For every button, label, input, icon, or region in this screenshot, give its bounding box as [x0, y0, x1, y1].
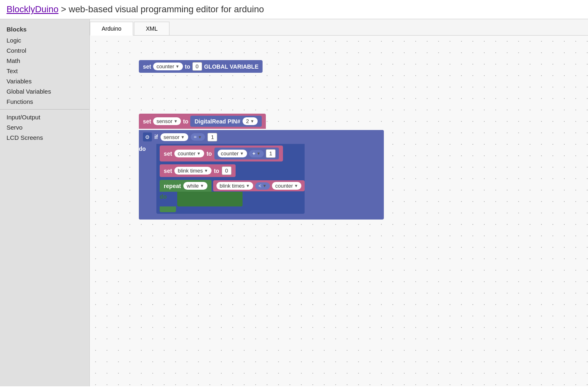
sidebar-item-global-variables[interactable]: Global Variables — [0, 86, 89, 96]
repeat-header[interactable]: repeat while ▼ — [160, 180, 212, 192]
tab-bar: Arduino XML — [90, 19, 588, 36]
page-header: BlocklyDuino > web-based visual programm… — [0, 0, 588, 19]
chevron-down-icon-11: ▼ — [246, 184, 250, 188]
if-header: ⚙ if sensor ▼ = ▼ 1 — [139, 130, 384, 144]
math-val-1[interactable]: 1 — [266, 149, 276, 158]
chevron-down-icon-6: ▼ — [197, 151, 201, 156]
do-label: do — [139, 144, 148, 152]
sensor-if-group: set sensor ▼ to DigitalRead PIN# 2 ▼ — [139, 114, 384, 220]
digitalread-block[interactable]: DigitalRead PIN# 2 ▼ — [190, 116, 261, 127]
sidebar-item-logic[interactable]: Logic — [0, 35, 89, 45]
chevron-down-icon-8: ▼ — [256, 151, 261, 156]
sensor-var-pill[interactable]: sensor ▼ — [153, 117, 181, 125]
sidebar-item-variables[interactable]: Variables — [0, 76, 89, 86]
set-label-4: set — [164, 168, 172, 174]
header-subtitle: > web-based visual programming editor fo… — [58, 4, 264, 14]
main-layout: Blocks Logic Control Math Text Variables… — [0, 19, 588, 386]
to-label-2: to — [183, 118, 188, 125]
if-value-1[interactable]: 1 — [207, 133, 217, 141]
repeat-label: repeat — [164, 183, 181, 189]
sidebar-blocks-label: Blocks — [0, 23, 89, 35]
sidebar-item-math[interactable]: Math — [0, 56, 89, 66]
counter-var-pill-1[interactable]: counter ▼ — [153, 63, 183, 70]
global-var-row: set counter ▼ to 0 GLOBAL VARIABLE — [139, 60, 384, 93]
sidebar-item-lcd-screens[interactable]: LCD Screens — [0, 132, 89, 143]
tab-arduino[interactable]: Arduino — [90, 22, 133, 36]
repeat-do-section — [177, 192, 243, 206]
repeat-while-wrapper: repeat while ▼ bl — [160, 180, 305, 212]
counter-pill-2[interactable]: counter ▼ — [174, 150, 204, 157]
repeat-header-row: repeat while ▼ bl — [160, 180, 305, 192]
blocks-workspace: set counter ▼ to 0 GLOBAL VARIABLE — [139, 60, 384, 220]
if-block-wrapper: ⚙ if sensor ▼ = ▼ 1 — [139, 130, 384, 220]
set-label-1: set — [143, 63, 151, 70]
math-counter-pill[interactable]: counter ▼ — [218, 150, 247, 157]
sidebar-divider — [0, 109, 89, 110]
set-counter-block[interactable]: set counter ▼ to counter — [160, 146, 283, 161]
if-sensor-pill[interactable]: sensor ▼ — [160, 133, 188, 141]
set-blink-row: set blink times ▼ to 0 — [160, 164, 305, 177]
chevron-down-icon-9: ▼ — [204, 168, 208, 173]
repeat-do-row: do — [160, 192, 305, 206]
chevron-down-icon-3: ▼ — [250, 119, 254, 123]
chevron-down-icon-1: ▼ — [176, 64, 180, 69]
op-pill-lt[interactable]: < ▼ — [255, 182, 270, 190]
to-label-3: to — [207, 150, 212, 157]
op-pill-plus[interactable]: + ▼ — [249, 150, 264, 157]
set-label-2: set — [143, 118, 151, 125]
pin-pill[interactable]: 2 ▼ — [243, 117, 257, 125]
math-block[interactable]: counter ▼ + ▼ 1 — [214, 148, 279, 159]
sidebar-item-input-output[interactable]: Input/Output — [0, 112, 89, 122]
chevron-down-icon-7: ▼ — [240, 151, 244, 156]
chevron-down-icon-5: ▼ — [198, 135, 202, 139]
if-label: if — [154, 134, 158, 140]
blink-times-pill[interactable]: blink times ▼ — [174, 167, 211, 175]
if-bottom-tab — [139, 214, 155, 220]
set-sensor-row: set sensor ▼ to DigitalRead PIN# 2 ▼ — [139, 114, 266, 129]
sidebar-item-text[interactable]: Text — [0, 66, 89, 76]
set-counter-row: set counter ▼ to counter — [160, 146, 305, 161]
to-label-4: to — [214, 168, 219, 174]
set-blink-block[interactable]: set blink times ▼ to 0 — [160, 164, 236, 177]
chevron-down-icon-4: ▼ — [181, 135, 185, 139]
io-label: DigitalRead PIN# — [194, 118, 240, 125]
chevron-down-icon-13: ▼ — [294, 184, 298, 188]
blocks-canvas[interactable]: set counter ▼ to 0 GLOBAL VARIABLE — [90, 36, 588, 386]
tab-xml[interactable]: XML — [134, 22, 169, 35]
do-section: set counter ▼ to counter — [156, 144, 305, 214]
repeat-do-label: do — [160, 192, 169, 200]
do-row: do set counter ▼ — [139, 144, 384, 214]
chevron-down-icon-12: ▼ — [263, 184, 267, 188]
chevron-down-icon-2: ▼ — [174, 119, 178, 123]
condition-block[interactable]: blink times ▼ < ▼ — [213, 180, 305, 191]
counter-cond-pill[interactable]: counter ▼ — [272, 182, 301, 190]
sidebar-item-servo[interactable]: Servo — [0, 122, 89, 132]
to-label-1: to — [185, 63, 190, 70]
repeat-bottom-tab — [160, 206, 176, 212]
gear-icon[interactable]: ⚙ — [143, 132, 152, 141]
set-label-3: set — [164, 150, 172, 157]
op-pill-eq[interactable]: = ▼ — [191, 133, 205, 141]
main-area: Arduino XML set counter ▼ to 0 GLOBAL V — [90, 19, 588, 386]
chevron-down-icon-10: ▼ — [200, 184, 204, 188]
blink-times-cond-pill[interactable]: blink times ▼ — [216, 182, 253, 190]
while-pill[interactable]: while ▼ — [183, 182, 207, 190]
value-0[interactable]: 0 — [192, 62, 202, 71]
blink-val-0[interactable]: 0 — [222, 166, 232, 175]
sidebar-item-control[interactable]: Control — [0, 45, 89, 56]
global-var-description: GLOBAL VARIABLE — [204, 63, 258, 70]
set-sensor-block[interactable]: set sensor ▼ to DigitalRead PIN# 2 ▼ — [139, 114, 266, 129]
sidebar: Blocks Logic Control Math Text Variables… — [0, 19, 90, 386]
brand-link[interactable]: BlocklyDuino — [7, 4, 58, 14]
global-var-block[interactable]: set counter ▼ to 0 GLOBAL VARIABLE — [139, 60, 263, 73]
sidebar-item-functions[interactable]: Functions — [0, 96, 89, 107]
